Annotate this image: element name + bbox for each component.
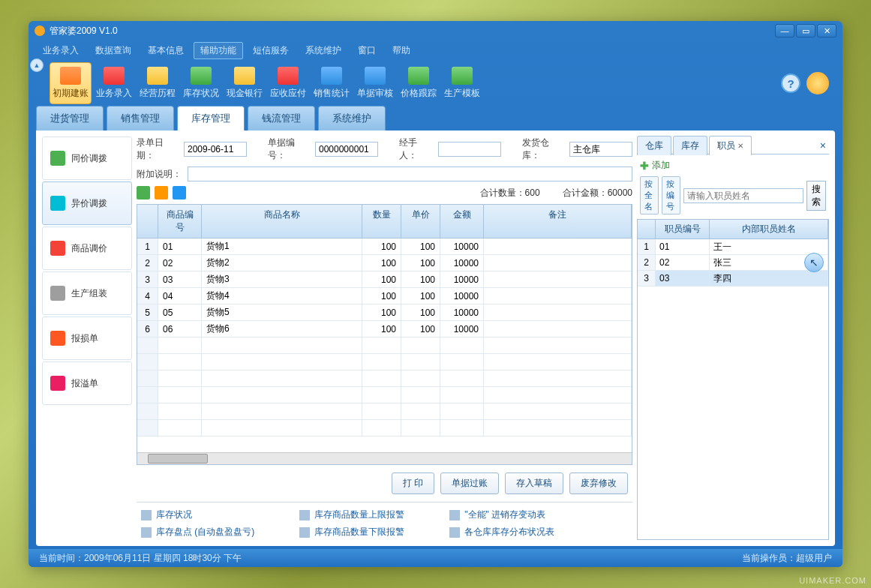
quick-link[interactable]: 各仓库库存分布状况表 bbox=[449, 526, 554, 538]
staff-row[interactable]: 303李四 bbox=[638, 271, 828, 286]
search-button[interactable]: 搜索 bbox=[806, 181, 826, 211]
mini-icon-3[interactable] bbox=[173, 186, 186, 200]
tool-3[interactable]: 库存状况 bbox=[180, 62, 222, 104]
sidebar-item-0[interactable]: 同价调拨 bbox=[42, 136, 132, 180]
menu-0[interactable]: 业务录入 bbox=[36, 42, 86, 59]
grid-header-2[interactable]: 商品名称 bbox=[202, 205, 362, 238]
doc-input[interactable] bbox=[315, 142, 378, 157]
sidebar-item-1[interactable]: 异价调拨 bbox=[42, 182, 132, 225]
grid-row-empty[interactable] bbox=[137, 354, 632, 370]
menu-4[interactable]: 短信服务 bbox=[246, 42, 296, 59]
main-tab-3[interactable]: 钱流管理 bbox=[248, 106, 315, 130]
grid-row[interactable]: 303货物310010010000 bbox=[137, 272, 632, 288]
staff-row[interactable]: 101王一 bbox=[638, 239, 828, 255]
tool-7[interactable]: 单据审核 bbox=[354, 62, 396, 104]
menu-2[interactable]: 基本信息 bbox=[141, 42, 191, 59]
rp-tab-0[interactable]: 仓库 bbox=[637, 136, 671, 155]
tab-close-icon[interactable]: ✕ bbox=[737, 142, 743, 150]
rp-tab-2[interactable]: 职员 ✕ bbox=[709, 136, 752, 155]
watermark: UIMAKER.COM bbox=[799, 576, 866, 585]
quick-link[interactable]: 库存商品数量上限报警 bbox=[299, 508, 404, 521]
sidebar-item-2[interactable]: 商品调价 bbox=[42, 226, 132, 270]
tool-2[interactable]: 经营历程 bbox=[137, 62, 179, 104]
sidebar-icon bbox=[50, 376, 65, 391]
grid-row[interactable]: 606货物610010010000 bbox=[137, 321, 632, 338]
mini-icon-1[interactable] bbox=[137, 186, 150, 200]
grid-row[interactable]: 404货物410010010000 bbox=[137, 288, 632, 304]
warehouse-input[interactable] bbox=[569, 142, 632, 157]
menubar: 业务录入数据查询基本信息辅助功能短信服务系统维护窗口帮助 bbox=[29, 40, 842, 60]
grid-row-empty[interactable] bbox=[137, 338, 632, 354]
quick-link[interactable]: 库存商品数量下限报警 bbox=[299, 526, 404, 538]
main-tab-0[interactable]: 进货管理 bbox=[36, 106, 104, 130]
grid-row-empty[interactable] bbox=[137, 420, 632, 436]
action-btn-1[interactable]: 单据过账 bbox=[440, 472, 499, 494]
collapse-toolbar-icon[interactable]: ▲ bbox=[30, 58, 44, 72]
panel-close-icon[interactable]: × bbox=[817, 140, 829, 152]
help-icon[interactable]: ? bbox=[781, 74, 800, 93]
quick-link[interactable]: "全能" 进销存变动表 bbox=[449, 508, 554, 521]
main-tab-4[interactable]: 系统维护 bbox=[318, 106, 386, 130]
quick-link[interactable]: 库存盘点 (自动盘盈盘亏) bbox=[141, 526, 254, 538]
staff-row[interactable]: 202张三 bbox=[638, 255, 828, 271]
menu-7[interactable]: 帮助 bbox=[386, 42, 417, 59]
sidebar-item-3[interactable]: 生产组装 bbox=[42, 272, 132, 315]
date-input[interactable] bbox=[184, 142, 247, 157]
grid-row[interactable]: 202货物210010010000 bbox=[137, 255, 632, 272]
main-tab-2[interactable]: 库存管理 bbox=[177, 106, 245, 130]
staff-search-input[interactable] bbox=[683, 188, 803, 203]
tool-6[interactable]: 销售统计 bbox=[311, 62, 353, 104]
tool-1[interactable]: 业务录入 bbox=[93, 62, 135, 104]
tool-5[interactable]: 应收应付 bbox=[267, 62, 309, 104]
note-input[interactable] bbox=[188, 166, 632, 182]
tool-9[interactable]: 生产模板 bbox=[441, 62, 483, 104]
grid-row-empty[interactable] bbox=[137, 370, 632, 387]
date-label: 录单日期： bbox=[137, 136, 178, 162]
right-panel: 仓库库存职员 ✕× ✚ 添加 按全名 按编号 搜索 职员编号内部职员姓名 101… bbox=[637, 136, 829, 540]
minimize-button[interactable]: — bbox=[775, 24, 794, 38]
main-tab-1[interactable]: 销售管理 bbox=[107, 106, 174, 130]
rp-tab-1[interactable]: 库存 bbox=[673, 136, 707, 155]
grid-header-0[interactable] bbox=[137, 205, 158, 238]
sidebar-item-4[interactable]: 报损单 bbox=[42, 316, 132, 360]
tool-icon bbox=[234, 67, 255, 85]
menu-5[interactable]: 系统维护 bbox=[299, 42, 348, 59]
grid-body[interactable]: 101货物110010010000202货物210010010000303货物3… bbox=[137, 238, 632, 452]
sidebar-item-5[interactable]: 报溢单 bbox=[42, 362, 132, 405]
action-btn-3[interactable]: 废弃修改 bbox=[569, 472, 628, 494]
tool-icon bbox=[278, 67, 299, 85]
action-btn-2[interactable]: 存入草稿 bbox=[505, 472, 563, 494]
menu-6[interactable]: 窗口 bbox=[351, 42, 383, 59]
grid-row-empty[interactable] bbox=[137, 404, 632, 420]
rp-header-2[interactable]: 内部职员姓名 bbox=[710, 220, 828, 238]
filter-code[interactable]: 按编号 bbox=[662, 176, 680, 214]
handler-input[interactable] bbox=[438, 142, 501, 157]
maximize-button[interactable]: ▭ bbox=[796, 24, 815, 38]
gold-icon[interactable] bbox=[806, 72, 829, 94]
grid-header-3[interactable]: 数量 bbox=[362, 205, 401, 238]
grid-header-1[interactable]: 商品编号 bbox=[158, 205, 202, 238]
close-button[interactable]: ✕ bbox=[817, 24, 836, 38]
tool-4[interactable]: 现金银行 bbox=[224, 62, 266, 104]
menu-3[interactable]: 辅助功能 bbox=[194, 42, 243, 59]
grid-row-empty[interactable] bbox=[137, 387, 632, 404]
tool-0[interactable]: 初期建账 bbox=[50, 62, 92, 104]
grid-header-4[interactable]: 单价 bbox=[401, 205, 440, 238]
grid-row[interactable]: 505货物510010010000 bbox=[137, 304, 632, 321]
grid-row[interactable]: 101货物110010010000 bbox=[137, 238, 632, 255]
app-icon bbox=[35, 26, 45, 36]
grid-header-6[interactable]: 备注 bbox=[484, 205, 632, 238]
handler-label: 经手人： bbox=[399, 136, 432, 162]
titlebar[interactable]: 管家婆2009 V1.0 — ▭ ✕ bbox=[29, 21, 842, 40]
rp-header-0[interactable] bbox=[638, 220, 656, 238]
mini-icon-2[interactable] bbox=[155, 186, 168, 200]
action-btn-0[interactable]: 打 印 bbox=[392, 472, 434, 494]
quick-link[interactable]: 库存状况 bbox=[141, 508, 254, 521]
horizontal-scrollbar[interactable] bbox=[137, 452, 632, 464]
add-button[interactable]: ✚ 添加 bbox=[637, 154, 829, 176]
menu-1[interactable]: 数据查询 bbox=[89, 42, 138, 59]
grid-header-5[interactable]: 金额 bbox=[440, 205, 484, 238]
filter-fullname[interactable]: 按全名 bbox=[640, 176, 659, 214]
tool-8[interactable]: 价格跟踪 bbox=[398, 62, 440, 104]
rp-header-1[interactable]: 职员编号 bbox=[656, 220, 710, 238]
